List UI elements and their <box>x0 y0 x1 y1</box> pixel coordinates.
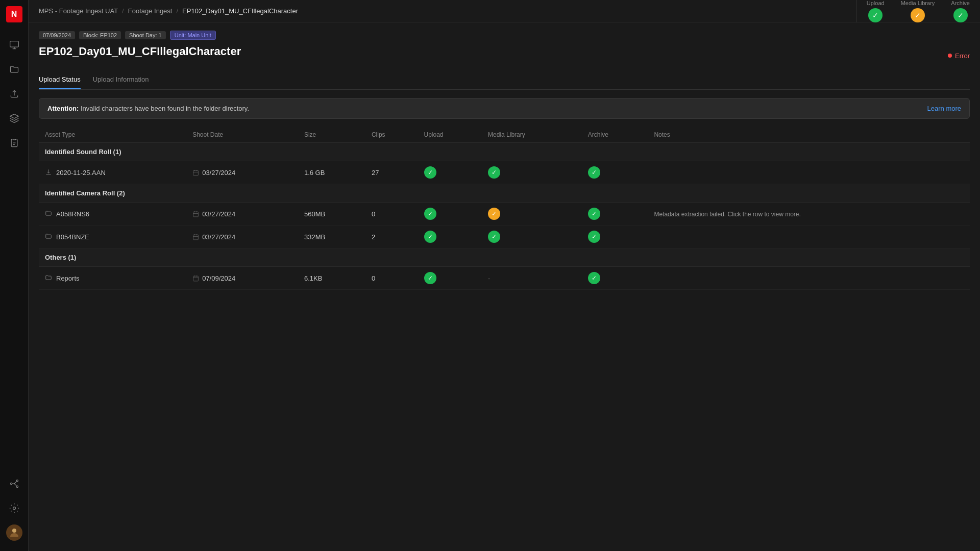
svg-point-2 <box>10 483 12 484</box>
alert-prefix: Attention: <box>47 105 79 112</box>
header-section: EP102_Day01_MU_CFIllegalCharacter Error … <box>39 45 970 90</box>
col-header-upload: Upload <box>418 127 482 143</box>
asset-icon <box>45 233 52 241</box>
status-label-media-library: Media Library <box>901 0 935 6</box>
status-check-upload: ✓ <box>868 8 883 22</box>
svg-point-5 <box>13 507 15 510</box>
sidebar-icon-folder[interactable] <box>4 59 24 80</box>
col-header-archive: Archive <box>582 127 648 143</box>
title-error-row: EP102_Day01_MU_CFIllegalCharacter Error <box>39 45 970 66</box>
cell-media-library: ✓ <box>482 161 582 184</box>
alert-body: Invalid characters have been found in th… <box>81 105 249 112</box>
cell-clips: 27 <box>365 161 418 184</box>
tab-upload-status[interactable]: Upload Status <box>39 70 81 89</box>
table-row[interactable]: 2020-11-25.AAN 03/27/2024 1.6 GB 27 ✓ ✓ … <box>39 161 970 184</box>
status-bar: Upload ✓ Media Library ✓ Archive ✓ <box>856 0 970 22</box>
tab-upload-information[interactable]: Upload Information <box>93 70 149 89</box>
status-check-archive: ✓ <box>953 8 968 22</box>
svg-rect-7 <box>193 170 199 176</box>
cell-shoot-date: 03/27/2024 <box>186 161 298 184</box>
cell-upload: ✓ <box>418 161 482 184</box>
cell-upload: ✓ <box>418 203 482 226</box>
cell-notes: Metadata extraction failed. Click the ro… <box>648 203 970 226</box>
cell-notes <box>648 161 970 184</box>
table-row[interactable]: Reports 07/09/2024 6.1KB 0 ✓ - ✓ <box>39 267 970 290</box>
sidebar-icon-layers[interactable] <box>4 108 24 129</box>
tag-shoot: Shoot Day: 1 <box>125 31 166 39</box>
col-header-clips: Clips <box>365 127 418 143</box>
asset-name-text: Reports <box>56 274 80 282</box>
cell-size: 6.1KB <box>298 267 365 290</box>
cell-asset-name: B054BNZE <box>39 226 186 248</box>
cell-archive: ✓ <box>582 226 648 248</box>
breadcrumb-sep-1: / <box>122 7 124 15</box>
data-table: Asset Type Shoot Date Size Clips Upload … <box>39 127 970 290</box>
cell-asset-name: 2020-11-25.AAN <box>39 161 186 184</box>
svg-point-6 <box>12 529 16 533</box>
content-area: 07/09/2024 Block: EP102 Shoot Day: 1 Uni… <box>29 22 980 551</box>
status-item-upload: Upload ✓ <box>867 0 885 22</box>
table-row[interactable]: A058RNS6 03/27/2024 560MB 0 ✓ ✓ ✓ Metada… <box>39 203 970 226</box>
table-row[interactable]: B054BNZE 03/27/2024 332MB 2 ✓ ✓ ✓ <box>39 226 970 248</box>
alert-message: Attention: Invalid characters have been … <box>47 105 249 112</box>
sidebar: N <box>0 0 29 551</box>
cell-size: 1.6 GB <box>298 161 365 184</box>
asset-icon <box>45 274 52 283</box>
cell-notes <box>648 267 970 290</box>
breadcrumb-item-2[interactable]: Footage Ingest <box>128 7 173 15</box>
page-title: EP102_Day01_MU_CFIllegalCharacter <box>39 45 241 58</box>
svg-rect-10 <box>193 276 199 281</box>
cell-media-library: ✓ <box>482 203 582 226</box>
cell-upload: ✓ <box>418 226 482 248</box>
asset-name-text: A058RNS6 <box>56 210 89 218</box>
col-header-notes: Notes <box>648 127 970 143</box>
cell-size: 332MB <box>298 226 365 248</box>
breadcrumb: MPS - Footage Ingest UAT / Footage Inges… <box>39 7 298 15</box>
sidebar-icon-clipboard[interactable] <box>4 133 24 153</box>
cell-clips: 0 <box>365 203 418 226</box>
topbar: MPS - Footage Ingest UAT / Footage Inges… <box>29 0 980 22</box>
sidebar-icon-dataflow[interactable] <box>4 473 24 494</box>
error-status: Error <box>948 52 970 60</box>
col-header-asset-type: Asset Type <box>39 127 186 143</box>
app-logo[interactable]: N <box>6 6 22 22</box>
cell-clips: 2 <box>365 226 418 248</box>
cell-archive: ✓ <box>582 267 648 290</box>
asset-name-text: B054BNZE <box>56 233 89 241</box>
user-avatar[interactable] <box>6 524 22 541</box>
tag-date: 07/09/2024 <box>39 31 75 39</box>
tabs: Upload Status Upload Information <box>39 70 970 90</box>
sidebar-icon-settings[interactable] <box>4 498 24 518</box>
col-header-size: Size <box>298 127 365 143</box>
cell-archive: ✓ <box>582 203 648 226</box>
cell-upload: ✓ <box>418 267 482 290</box>
tag-unit: Unit: Main Unit <box>170 31 216 40</box>
svg-rect-0 <box>10 41 18 47</box>
asset-icon <box>45 168 52 177</box>
sidebar-icon-upload[interactable] <box>4 84 24 104</box>
col-header-shoot-date: Shoot Date <box>186 127 298 143</box>
status-check-media-library: ✓ <box>911 8 925 22</box>
tag-block: Block: EP102 <box>79 31 121 39</box>
sidebar-icon-monitor[interactable] <box>4 35 24 55</box>
breadcrumb-item-1[interactable]: MPS - Footage Ingest UAT <box>39 7 118 15</box>
asset-name-text: 2020-11-25.AAN <box>56 169 106 177</box>
cell-shoot-date: 03/27/2024 <box>186 226 298 248</box>
learn-more-link[interactable]: Learn more <box>927 105 961 112</box>
breadcrumb-item-3: EP102_Day01_MU_CFIllegalCharacter <box>182 7 298 15</box>
error-text: Error <box>955 52 970 60</box>
error-dot <box>948 54 952 58</box>
cell-clips: 0 <box>365 267 418 290</box>
svg-point-3 <box>16 480 18 482</box>
table-group-header: Identified Sound Roll (1) <box>39 143 970 161</box>
cell-shoot-date: 03/27/2024 <box>186 203 298 226</box>
status-label-upload: Upload <box>867 0 885 6</box>
svg-rect-9 <box>193 235 199 240</box>
col-header-media-library: Media Library <box>482 127 582 143</box>
status-item-archive: Archive ✓ <box>951 0 970 22</box>
cell-asset-name: A058RNS6 <box>39 203 186 226</box>
cell-notes <box>648 226 970 248</box>
cell-size: 560MB <box>298 203 365 226</box>
main-content: MPS - Footage Ingest UAT / Footage Inges… <box>29 0 980 551</box>
table-group-header: Others (1) <box>39 248 970 267</box>
